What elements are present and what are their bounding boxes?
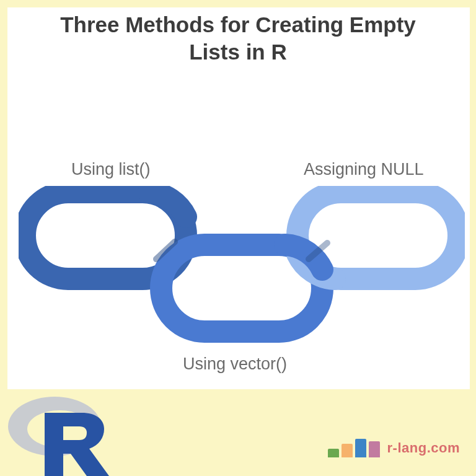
r-logo-icon bbox=[6, 389, 112, 476]
footer-brand: r-lang.com bbox=[328, 439, 460, 457]
bar-pink-icon bbox=[369, 441, 380, 457]
border-top bbox=[0, 0, 476, 7]
method-label-vector: Using vector() bbox=[183, 355, 287, 374]
brand-text: r-lang.com bbox=[387, 440, 460, 457]
diagram-canvas: Three Methods for Creating Empty Lists i… bbox=[0, 0, 476, 476]
method-label-list: Using list() bbox=[71, 160, 151, 179]
method-label-null: Assigning NULL bbox=[304, 160, 424, 179]
bar-blue-icon bbox=[355, 439, 366, 457]
chain-links-icon bbox=[19, 186, 465, 347]
bar-orange-icon bbox=[342, 444, 353, 457]
bar-green-icon bbox=[328, 449, 339, 457]
bars-icon bbox=[328, 439, 380, 457]
diagram-title: Three Methods for Creating Empty Lists i… bbox=[0, 11, 476, 66]
